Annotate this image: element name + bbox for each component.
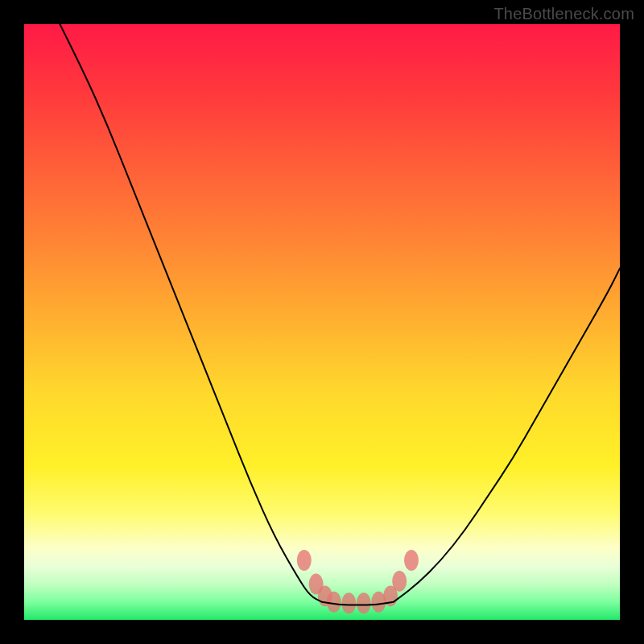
curve-marker — [327, 592, 341, 613]
plot-svg — [24, 24, 620, 620]
curve-marker — [357, 592, 371, 613]
curve-marker — [297, 550, 312, 571]
chart-frame: TheBottleneck.com — [0, 0, 644, 644]
bottleneck-curve — [60, 24, 620, 605]
curve-marker — [341, 592, 356, 613]
watermark-text: TheBottleneck.com — [493, 5, 634, 23]
plot-area — [24, 24, 620, 620]
curve-marker — [392, 571, 407, 592]
marker-layer — [297, 550, 419, 613]
curve-marker — [404, 550, 419, 571]
